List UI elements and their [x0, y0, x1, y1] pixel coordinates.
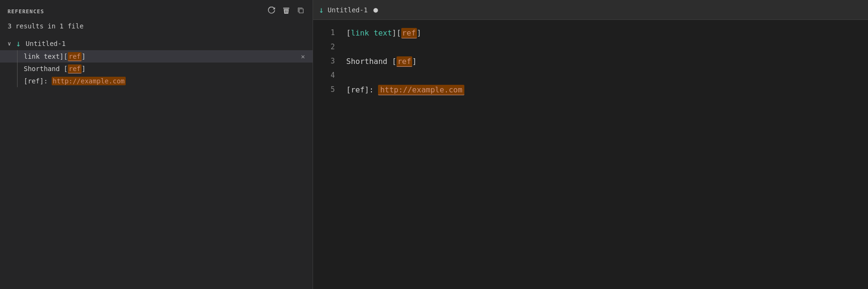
line-number-4: 4: [313, 71, 346, 80]
file-arrow-icon: ↓: [16, 38, 21, 48]
shorthand-close: ]: [412, 57, 417, 66]
left-border-line: [17, 50, 18, 63]
shorthand-text: Shorthand [: [346, 57, 397, 66]
editor-line-5: 5 [ref]: http://example.com: [313, 82, 868, 97]
url-highlight-line5: http://example.com: [378, 85, 464, 95]
header-icons: [268, 7, 305, 17]
editor-tab-bar: ↓ Untitled-1 ●: [313, 0, 868, 20]
result-row-2[interactable]: Shorthand [ref]: [0, 63, 313, 75]
chevron-down-icon: ∨: [8, 40, 11, 47]
results-count: 3 results in 1 file: [0, 21, 313, 35]
copy-icon[interactable]: [297, 7, 305, 17]
url-highlight-1: http://example.com: [52, 77, 126, 85]
result-text-1: link text][ref]: [24, 53, 297, 60]
tab-arrow-icon: ↓: [319, 5, 324, 15]
panel-title: REFERENCES: [8, 9, 44, 15]
file-group: ∨ ↓ Untitled-1 link text][ref] ✕ Shortha…: [0, 35, 313, 89]
tab-unsaved-dot: ●: [373, 5, 378, 14]
line-number-3: 3: [313, 57, 346, 65]
file-name: Untitled-1: [26, 40, 65, 47]
editor-line-3: 3 Shorthand [ref]: [313, 54, 868, 68]
result-text-3: [ref]: http://example.com: [24, 77, 305, 85]
result-prefix-2: Shorthand [: [24, 65, 68, 72]
clear-all-icon[interactable]: [282, 7, 290, 17]
close-bracket-2: ]: [417, 28, 422, 37]
editor-line-1: 1 [link text][ref]: [313, 26, 868, 40]
line-content-3: Shorthand [ref]: [346, 57, 417, 66]
ref-highlight-1: ref: [68, 52, 82, 61]
line-number-2: 2: [313, 43, 346, 51]
result-prefix-3: [ref]:: [24, 77, 52, 85]
editor-body: 1 [link text][ref] 2 3 Shorthand [ref] 4…: [313, 20, 868, 289]
left-border-line-2: [17, 63, 18, 75]
editor-panel: ↓ Untitled-1 ● 1 [link text][ref] 2 3 Sh…: [313, 0, 868, 289]
ref-def-prefix: [ref]:: [346, 85, 378, 94]
ref-highlight-2: ref: [68, 64, 82, 73]
line-number-5: 5: [313, 85, 346, 94]
editor-line-4: 4: [313, 68, 868, 82]
open-bracket-1: [: [346, 28, 351, 37]
close-icon-1[interactable]: ✕: [301, 53, 305, 60]
tab-title[interactable]: Untitled-1: [328, 6, 368, 14]
references-panel: REFERENCES 3 results in 1 file: [0, 0, 313, 289]
left-border-line-3: [17, 75, 18, 87]
line-content-5: [ref]: http://example.com: [346, 85, 464, 94]
line-number-1: 1: [313, 28, 346, 37]
result-text-2: Shorthand [ref]: [24, 65, 305, 72]
result-row-1[interactable]: link text][ref] ✕: [0, 50, 313, 63]
result-suffix-2: ]: [82, 65, 85, 72]
result-suffix-1: ]: [82, 53, 85, 60]
result-row-3[interactable]: [ref]: http://example.com: [0, 75, 313, 87]
result-prefix-1: link text][: [24, 53, 68, 60]
ref-highlight-line3: ref: [397, 56, 412, 67]
line-content-1: [link text][ref]: [346, 28, 421, 37]
panel-header: REFERENCES: [0, 0, 313, 21]
file-row[interactable]: ∨ ↓ Untitled-1: [0, 36, 313, 50]
ref-highlight-line1: ref: [401, 28, 417, 38]
refresh-icon[interactable]: [268, 7, 276, 17]
close-bracket-1: ][: [392, 28, 401, 37]
link-text-1: link text: [351, 28, 392, 37]
editor-line-2: 2: [313, 40, 868, 54]
